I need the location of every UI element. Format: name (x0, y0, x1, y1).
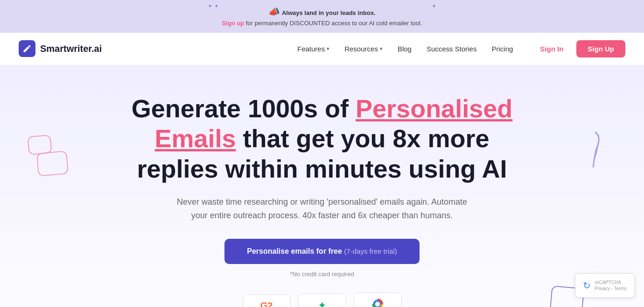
nav-pricing-link[interactable]: Pricing (486, 41, 518, 57)
nav-item-features[interactable]: Features ▾ (292, 41, 335, 57)
nav-success-stories-label: Success Stories (427, 45, 477, 53)
megaphone-icon: 📣 (268, 7, 280, 17)
banner-title: Always land in your leads inbox. (282, 9, 376, 16)
feather-top-right-icon (577, 128, 613, 176)
nav-item-blog[interactable]: Blog (392, 41, 417, 57)
banner-subtitle: for permanently DISCOUNTED access to our… (246, 20, 422, 27)
nav-success-stories-link[interactable]: Success Stories (421, 41, 483, 57)
logo-text: Smartwriter.ai (40, 43, 102, 54)
captcha-widget: ↻ reCAPTCHAPrivacy - Terms (575, 273, 635, 298)
hero-title-part1: Generate 1000s of (132, 94, 356, 122)
star-deco-left: ✦ ✦ (208, 2, 218, 10)
no-credit-text: *No credit card required (290, 271, 354, 278)
nav-item-success-stories[interactable]: Success Stories (421, 41, 483, 57)
nav-resources-label: Resources (344, 45, 378, 53)
captcha-icon: ↻ (583, 280, 591, 291)
signup-button[interactable]: Sign Up (576, 40, 625, 57)
features-chevron-icon: ▾ (327, 46, 329, 52)
nav-auth: Sign In Sign Up (532, 40, 625, 57)
top-banner: ✦ ✦ 📣 Always land in your leads inbox. S… (0, 0, 644, 33)
nav-features-link[interactable]: Features ▾ (292, 41, 335, 57)
nav-blog-link[interactable]: Blog (392, 41, 417, 57)
resources-chevron-icon: ▾ (380, 46, 383, 52)
ratings-row: G2 G2 5Rating ★ ★ ★ ★ ★ 2022 ✦ Trustpilo… (243, 293, 402, 307)
trustpilot-icon: ✦ (306, 300, 338, 307)
banner-signup-link[interactable]: Sign up (222, 20, 244, 27)
nav-blog-label: Blog (398, 45, 412, 53)
nav-resources-link[interactable]: Resources ▾ (339, 41, 388, 57)
nav-item-pricing[interactable]: Pricing (486, 41, 518, 57)
g2-icon: G2 (251, 300, 283, 307)
logo-icon (19, 40, 35, 57)
navbar: Smartwriter.ai Features ▾ Resources ▾ Bl… (0, 33, 644, 65)
g2-rating-badge: G2 G2 5Rating ★ ★ ★ ★ ★ 2022 (243, 294, 291, 307)
star-deco-right: ✦ (432, 2, 436, 10)
nav-features-label: Features (297, 45, 325, 53)
hero-section: Generate 1000s of Personalised Emails th… (0, 65, 644, 307)
trustpilot-rating-badge: ✦ TrustpilotRating ★ ★ ★ ★ ★ 2022 (298, 293, 346, 307)
cta-label: Personalise emails for free (247, 247, 342, 255)
signin-button[interactable]: Sign In (532, 41, 571, 57)
svg-point-2 (376, 302, 379, 306)
chrome-rating-badge: ChromeStore ★ ★ ★ ★ ★ 2022 (354, 293, 402, 307)
logo-link[interactable]: Smartwriter.ai (19, 40, 102, 57)
nav-pricing-label: Pricing (491, 45, 513, 53)
deco-shape-top-left-2 (36, 150, 69, 176)
captcha-text: reCAPTCHAPrivacy - Terms (595, 279, 627, 292)
nav-links: Features ▾ Resources ▾ Blog Success Stor… (292, 41, 518, 57)
nav-item-resources[interactable]: Resources ▾ (339, 41, 388, 57)
chrome-icon (362, 299, 394, 307)
cta-trial-text: (7-days free trial) (344, 247, 397, 255)
cta-button[interactable]: Personalise emails for free (7-days free… (224, 239, 419, 264)
hero-title: Generate 1000s of Personalised Emails th… (119, 93, 525, 184)
hero-subtitle: Never waste time researching or writing … (173, 195, 471, 222)
